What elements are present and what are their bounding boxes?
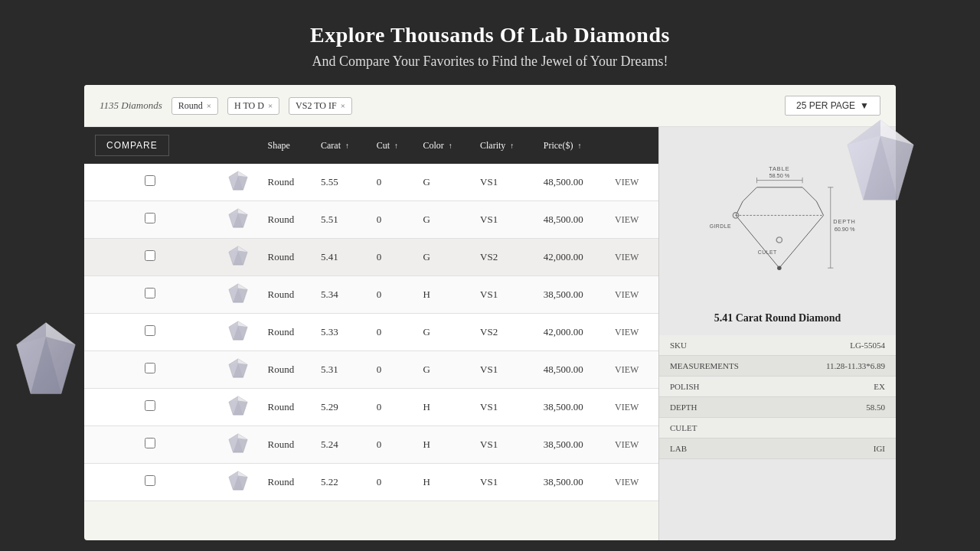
row-shape: Round	[262, 426, 315, 464]
row-checkbox[interactable]	[145, 213, 155, 223]
carat-header[interactable]: Carat ↑	[315, 127, 371, 164]
row-price: 42,000.00	[537, 239, 609, 276]
row-clarity: VS1	[474, 201, 537, 239]
table-section: COMPARE Shape Carat ↑ Cut ↑ Color ↑ Clar…	[84, 127, 658, 540]
color-header[interactable]: Color ↑	[417, 127, 475, 164]
svg-marker-10	[17, 337, 46, 393]
row-color: G	[417, 351, 475, 389]
spec-row: CULET	[659, 418, 896, 439]
svg-line-67	[743, 187, 756, 201]
view-button[interactable]: VIEW	[615, 364, 639, 375]
diamond-thumbnail	[227, 282, 249, 304]
detail-specs-table: SKU LG-55054 MEASUREMENTS 11.28-11.33*6.…	[659, 335, 896, 459]
row-carat: 5.33	[315, 314, 371, 351]
row-checkbox-cell	[84, 201, 215, 239]
filters-bar: 1135 Diamonds Round × H TO D × VS2 TO IF…	[84, 85, 896, 127]
row-view-cell: VIEW	[609, 164, 658, 201]
svg-marker-7	[46, 323, 75, 345]
view-button[interactable]: VIEW	[615, 439, 639, 450]
view-button[interactable]: VIEW	[615, 402, 639, 412]
row-carat: 5.29	[315, 389, 371, 426]
view-button[interactable]: VIEW	[615, 252, 639, 262]
price-header[interactable]: Price($) ↑	[537, 127, 609, 164]
spec-row: LAB IGI	[659, 439, 896, 459]
row-shape: Round	[262, 276, 315, 314]
filter-remove-round[interactable]: ×	[207, 101, 211, 110]
diamond-thumbnail	[227, 170, 249, 191]
row-checkbox-cell	[84, 464, 215, 501]
compare-header: COMPARE	[84, 127, 215, 164]
hero-title: Explore Thousands Of Lab Diamonds	[0, 23, 980, 47]
row-checkbox[interactable]	[145, 250, 155, 261]
row-checkbox[interactable]	[145, 288, 155, 298]
diamond-thumbnail	[227, 357, 249, 379]
filter-remove-color[interactable]: ×	[268, 101, 273, 110]
per-page-selector[interactable]: 25 PER PAGE ▼	[785, 96, 880, 116]
svg-marker-11	[31, 337, 61, 393]
diamond-thumbnail	[227, 245, 249, 266]
shape-header[interactable]: Shape	[262, 127, 315, 164]
filter-remove-clarity[interactable]: ×	[341, 101, 345, 110]
spec-label: CULET	[659, 418, 784, 439]
row-view-cell: VIEW	[609, 464, 658, 501]
row-checkbox[interactable]	[145, 175, 155, 186]
row-checkbox[interactable]	[145, 438, 155, 448]
row-checkbox-cell	[84, 276, 215, 314]
svg-text:58.50 %: 58.50 %	[769, 172, 789, 179]
filter-tag-clarity[interactable]: VS2 TO IF ×	[289, 97, 352, 115]
view-button[interactable]: VIEW	[615, 177, 639, 187]
svg-text:DEPTH: DEPTH	[833, 218, 855, 225]
row-clarity: VS1	[474, 389, 537, 426]
row-view-cell: VIEW	[609, 239, 658, 276]
clarity-header[interactable]: Clarity ↑	[474, 127, 537, 164]
row-image-cell	[215, 276, 261, 314]
svg-marker-6	[17, 323, 76, 394]
svg-line-70	[816, 201, 823, 215]
detail-section: TABLE 58.50 % DEPTH 60.90 % GIRDLE CULET…	[658, 127, 896, 540]
row-color: G	[417, 239, 475, 276]
row-cut: 0	[371, 276, 417, 314]
row-carat: 5.22	[315, 464, 371, 501]
svg-line-71	[736, 215, 779, 268]
diamond-thumbnail	[227, 395, 249, 416]
row-color: G	[417, 314, 475, 351]
row-image-cell	[215, 164, 261, 201]
view-button[interactable]: VIEW	[615, 327, 639, 337]
cut-header[interactable]: Cut ↑	[371, 127, 417, 164]
row-view-cell: VIEW	[609, 389, 658, 426]
row-shape: Round	[262, 464, 315, 501]
spec-value: EX	[784, 377, 896, 397]
row-clarity: VS1	[474, 164, 537, 201]
row-checkbox[interactable]	[145, 475, 155, 486]
view-button[interactable]: VIEW	[615, 289, 639, 300]
spec-row: SKU LG-55054	[659, 335, 896, 356]
row-price: 42,000.00	[537, 314, 609, 351]
row-color: G	[417, 164, 475, 201]
svg-text:GIRDLE: GIRDLE	[709, 223, 730, 229]
row-checkbox[interactable]	[145, 400, 155, 411]
filter-tag-round[interactable]: Round ×	[172, 97, 218, 115]
spec-value: 11.28-11.33*6.89	[784, 356, 896, 377]
filters-left: 1135 Diamonds Round × H TO D × VS2 TO IF…	[100, 97, 352, 115]
compare-button[interactable]: COMPARE	[95, 135, 169, 156]
row-checkbox[interactable]	[145, 363, 155, 373]
spec-label: DEPTH	[659, 397, 784, 418]
view-button[interactable]: VIEW	[615, 477, 639, 487]
svg-text:TABLE: TABLE	[769, 165, 789, 172]
spec-value	[784, 418, 896, 439]
row-carat: 5.41	[315, 239, 371, 276]
filter-tag-color[interactable]: H TO D ×	[227, 97, 279, 115]
diamond-thumbnail	[227, 207, 249, 229]
cut-sort-icon: ↑	[394, 142, 398, 150]
table-row: Round 5.29 0 H VS1 38,500.00 VIEW	[84, 389, 658, 426]
row-image-cell	[215, 389, 261, 426]
row-checkbox[interactable]	[145, 325, 155, 336]
spec-label: SKU	[659, 335, 784, 356]
svg-text:CULET: CULET	[757, 249, 776, 255]
row-price: 48,500.00	[537, 201, 609, 239]
spec-value: LG-55054	[784, 335, 896, 356]
view-button[interactable]: VIEW	[615, 214, 639, 225]
row-image-cell	[215, 426, 261, 464]
svg-point-76	[776, 237, 782, 243]
row-carat: 5.24	[315, 426, 371, 464]
